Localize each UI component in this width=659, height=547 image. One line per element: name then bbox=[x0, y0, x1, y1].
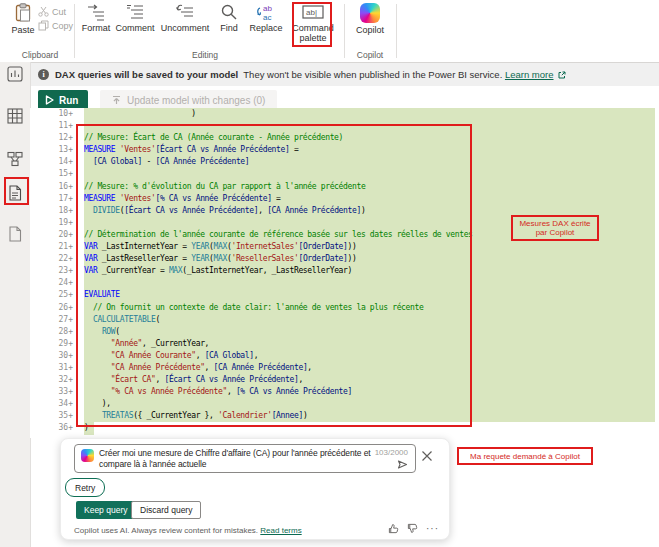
sidebar-item-table-view[interactable] bbox=[7, 108, 23, 124]
copilot-icon bbox=[81, 449, 94, 462]
play-icon bbox=[45, 95, 54, 105]
annotation-measures-label: Mesures DAX écrite par Copilot bbox=[511, 215, 599, 241]
paste-label: Paste bbox=[11, 25, 34, 35]
update-model-label: Update model with changes (0) bbox=[127, 95, 265, 106]
copilot-prompt-input[interactable]: Créer moi une mesure de Chiffre d'affair… bbox=[74, 444, 416, 473]
read-terms-link[interactable]: Read terms bbox=[260, 526, 301, 535]
format-icon bbox=[86, 3, 106, 21]
model-icon bbox=[7, 151, 23, 167]
send-button[interactable] bbox=[397, 459, 408, 470]
copilot-panel: Créer moi une mesure de Chiffre d'affair… bbox=[60, 438, 450, 540]
code-line: // Mesure: % d'évolution du CA par rappo… bbox=[84, 181, 655, 193]
line-number-gutter: 10+11+12+13+14+15+16+17+18+19+20+21+22+2… bbox=[30, 108, 76, 435]
paste-icon bbox=[14, 3, 32, 23]
character-counter: 103/2000 bbox=[375, 448, 408, 457]
line-number: 32+ bbox=[30, 374, 76, 386]
disclaimer-text: Copilot uses AI. Always review content f… bbox=[74, 526, 258, 535]
copilot-icon bbox=[360, 3, 380, 23]
discard-query-button[interactable]: Discard query bbox=[131, 501, 201, 519]
line-number: 14+ bbox=[30, 156, 76, 168]
find-label: Find bbox=[220, 23, 238, 33]
run-label: Run bbox=[59, 95, 78, 106]
code-line bbox=[84, 168, 655, 180]
line-number: 20+ bbox=[30, 229, 76, 241]
code-line: MEASURE 'Ventes'[% CA vs Année Précédent… bbox=[84, 193, 655, 205]
code-line: CALCULATETABLE( bbox=[84, 314, 655, 326]
line-number: 21+ bbox=[30, 241, 76, 253]
code-line bbox=[84, 120, 655, 132]
line-number: 15+ bbox=[30, 168, 76, 180]
line-number: 18+ bbox=[30, 205, 76, 217]
learn-more-link[interactable]: Learn more bbox=[505, 69, 554, 80]
table-icon bbox=[7, 108, 23, 124]
code-line: "Année", _CurrentYear, bbox=[84, 338, 655, 350]
code-line: VAR _LastResellerYear = YEAR(MAX('Resell… bbox=[84, 253, 655, 265]
code-line: ) bbox=[84, 108, 655, 120]
find-icon bbox=[220, 3, 238, 21]
sidebar-item-tmdl-view[interactable] bbox=[7, 226, 23, 242]
info-icon: i bbox=[38, 69, 49, 80]
copilot-button[interactable]: Copilot bbox=[352, 3, 388, 35]
code-area[interactable]: )// Mesure: Écart de CA (Année courante … bbox=[84, 108, 655, 435]
keep-query-button[interactable]: Keep query bbox=[76, 501, 135, 519]
update-model-button[interactable]: Update model with changes (0) bbox=[100, 90, 277, 110]
line-number: 17+ bbox=[30, 193, 76, 205]
ribbon-separator bbox=[344, 4, 345, 58]
line-number: 36+ bbox=[30, 422, 76, 434]
tmdl-icon bbox=[7, 226, 23, 242]
code-line: ), bbox=[84, 398, 655, 410]
sidebar-item-model-view[interactable] bbox=[7, 151, 23, 167]
code-line: EVALUATE bbox=[84, 289, 655, 301]
uncomment-button[interactable]: Uncomment bbox=[158, 3, 212, 33]
ribbon-separator bbox=[396, 4, 397, 58]
code-line: "CA Année Précédente", [CA Année Précéde… bbox=[84, 362, 655, 374]
replace-label: Replace bbox=[249, 23, 282, 33]
code-line: VAR _CurrentYear = MAX(_LastInternetYear… bbox=[84, 265, 655, 277]
thumbs-down-icon[interactable] bbox=[407, 523, 418, 534]
comment-button[interactable]: Comment bbox=[114, 3, 156, 33]
line-number: 24+ bbox=[30, 277, 76, 289]
copilot-disclaimer: Copilot uses AI. Always review content f… bbox=[74, 526, 302, 535]
cut-button[interactable]: Cut bbox=[38, 6, 66, 17]
copilot-group-label: Copilot bbox=[348, 50, 392, 60]
line-number: 25+ bbox=[30, 289, 76, 301]
find-button[interactable]: Find bbox=[216, 3, 242, 33]
retry-button[interactable]: Retry bbox=[65, 478, 105, 497]
code-line: TREATAS({ _CurrentYear }, 'Calendrier'[A… bbox=[84, 410, 655, 422]
copy-button[interactable]: Copy bbox=[38, 20, 73, 31]
code-line: ) bbox=[84, 422, 655, 434]
line-number: 31+ bbox=[30, 362, 76, 374]
close-button[interactable] bbox=[421, 450, 437, 466]
code-line: // Mesure: Écart de CA (Année courante -… bbox=[84, 132, 655, 144]
dax-code-editor[interactable]: 10+11+12+13+14+15+16+17+18+19+20+21+22+2… bbox=[30, 108, 659, 438]
thumbs-up-icon[interactable] bbox=[388, 523, 399, 534]
ribbon-separator bbox=[74, 4, 75, 58]
line-number: 10+ bbox=[30, 108, 76, 120]
format-button[interactable]: Format bbox=[80, 3, 112, 33]
line-number: 30+ bbox=[30, 350, 76, 362]
more-icon[interactable]: ··· bbox=[426, 523, 439, 534]
sidebar-item-report-view[interactable] bbox=[7, 66, 23, 82]
prompt-text: Créer moi une mesure de Chiffre d'affair… bbox=[99, 448, 375, 470]
line-number: 12+ bbox=[30, 132, 76, 144]
cut-label: Cut bbox=[52, 7, 66, 17]
command-palette-button[interactable]: ab| Command palette bbox=[290, 3, 336, 43]
code-line: [CA Global] - [CA Année Précédente] bbox=[84, 156, 655, 168]
dax-query-icon bbox=[7, 185, 23, 201]
run-toolbar: Run Update model with changes (0) bbox=[30, 86, 659, 108]
upload-icon bbox=[112, 95, 121, 105]
copy-icon bbox=[38, 20, 49, 31]
ribbon: Paste Cut Copy Format Comment Uncomment … bbox=[0, 0, 659, 63]
feedback-icons: ··· bbox=[388, 523, 439, 534]
sidebar-item-dax-query-view[interactable] bbox=[7, 185, 23, 201]
powerbi-dax-query-view: { "ribbon": { "clipboard": { "paste_labe… bbox=[0, 0, 659, 547]
line-number: 19+ bbox=[30, 217, 76, 229]
line-number: 22+ bbox=[30, 253, 76, 265]
line-number: 11+ bbox=[30, 120, 76, 132]
comment-icon bbox=[125, 3, 145, 21]
close-icon bbox=[421, 450, 433, 462]
run-button[interactable]: Run bbox=[38, 90, 88, 110]
paste-button[interactable]: Paste bbox=[8, 3, 38, 35]
replace-button[interactable]: abac Replace bbox=[246, 3, 286, 33]
code-line: ROW( bbox=[84, 326, 655, 338]
